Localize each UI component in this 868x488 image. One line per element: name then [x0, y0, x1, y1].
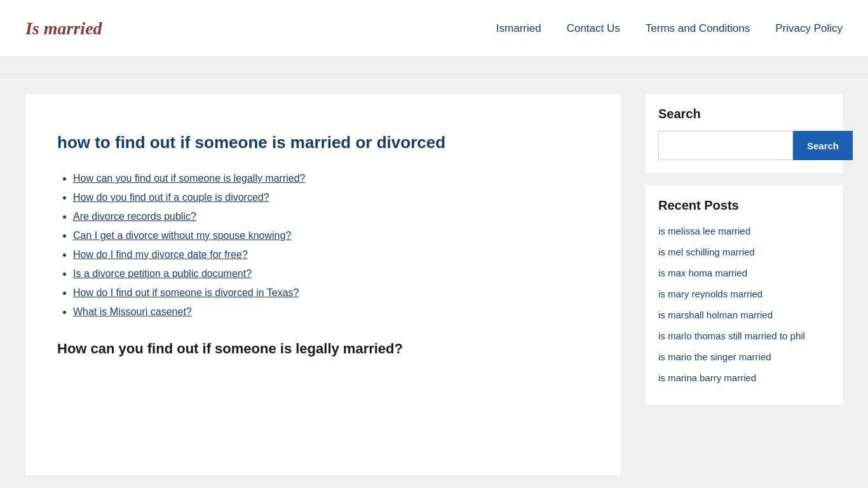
- list-item: is marlo thomas still married to phil: [658, 329, 830, 342]
- toc-link-5[interactable]: How do I find my divorce date for free?: [73, 249, 248, 260]
- search-widget: Search Search: [646, 94, 843, 173]
- list-item: is marina barry married: [658, 371, 830, 384]
- toc-link-2[interactable]: How do you find out if a couple is divor…: [73, 192, 269, 203]
- recent-post-link-8[interactable]: is marina barry married: [658, 372, 756, 383]
- sub-header-bar: [0, 57, 868, 75]
- list-item: Are divorce records public?: [73, 211, 588, 222]
- article-title: how to find out if someone is married or…: [57, 132, 588, 154]
- toc-link-6[interactable]: Is a divorce petition a public document?: [73, 268, 252, 279]
- search-button[interactable]: Search: [793, 131, 853, 160]
- site-header: Is married Ismarried Contact Us Terms an…: [0, 0, 868, 57]
- list-item: Can I get a divorce without my spouse kn…: [73, 230, 588, 241]
- toc-link-8[interactable]: What is Missouri casenet?: [73, 306, 192, 317]
- nav-contact[interactable]: Contact Us: [567, 22, 620, 35]
- toc-link-4[interactable]: Can I get a divorce without my spouse kn…: [73, 230, 291, 241]
- recent-post-link-5[interactable]: is marshall holman married: [658, 309, 773, 320]
- page-wrapper: how to find out if someone is married or…: [0, 75, 868, 488]
- search-form: Search: [658, 131, 830, 160]
- main-content: how to find out if someone is married or…: [25, 94, 620, 475]
- list-item: is marshall holman married: [658, 308, 830, 322]
- table-of-contents: How can you find out if someone is legal…: [57, 173, 588, 318]
- sidebar: Search Search Recent Posts is melissa le…: [646, 94, 843, 475]
- list-item: is mario the singer married: [658, 350, 830, 363]
- search-input[interactable]: [658, 131, 793, 160]
- nav-ismarried[interactable]: Ismarried: [496, 22, 541, 35]
- recent-posts-list: is melissa lee married is mel schilling …: [658, 224, 830, 384]
- list-item: is mel schilling married: [658, 245, 830, 259]
- list-item: is mary reynolds married: [658, 287, 830, 301]
- toc-link-3[interactable]: Are divorce records public?: [73, 211, 196, 222]
- list-item: How do you find out if a couple is divor…: [73, 192, 588, 203]
- recent-post-link-7[interactable]: is mario the singer married: [658, 351, 771, 362]
- recent-post-link-3[interactable]: is max homa married: [658, 268, 747, 278]
- recent-post-link-6[interactable]: is marlo thomas still married to phil: [658, 330, 805, 341]
- list-item: How do I find my divorce date for free?: [73, 249, 588, 261]
- recent-posts-title: Recent Posts: [658, 198, 830, 213]
- nav-privacy[interactable]: Privacy Policy: [775, 22, 843, 35]
- main-nav: Ismarried Contact Us Terms and Condition…: [496, 22, 843, 35]
- recent-post-link-2[interactable]: is mel schilling married: [658, 247, 755, 257]
- recent-post-link-4[interactable]: is mary reynolds married: [658, 288, 763, 299]
- nav-terms[interactable]: Terms and Conditions: [646, 22, 750, 35]
- site-logo[interactable]: Is married: [25, 18, 102, 39]
- list-item: is melissa lee married: [658, 224, 830, 238]
- toc-link-7[interactable]: How do I find out if someone is divorced…: [73, 287, 299, 298]
- list-item: How can you find out if someone is legal…: [73, 173, 588, 184]
- recent-posts-widget: Recent Posts is melissa lee married is m…: [646, 186, 843, 405]
- list-item: Is a divorce petition a public document?: [73, 268, 588, 280]
- toc-link-1[interactable]: How can you find out if someone is legal…: [73, 173, 306, 184]
- list-item: How do I find out if someone is divorced…: [73, 287, 588, 299]
- list-item: is max homa married: [658, 266, 830, 280]
- recent-post-link-1[interactable]: is melissa lee married: [658, 226, 750, 236]
- list-item: What is Missouri casenet?: [73, 306, 588, 318]
- search-widget-title: Search: [658, 107, 830, 121]
- section-title-1: How can you find out if someone is legal…: [57, 340, 588, 358]
